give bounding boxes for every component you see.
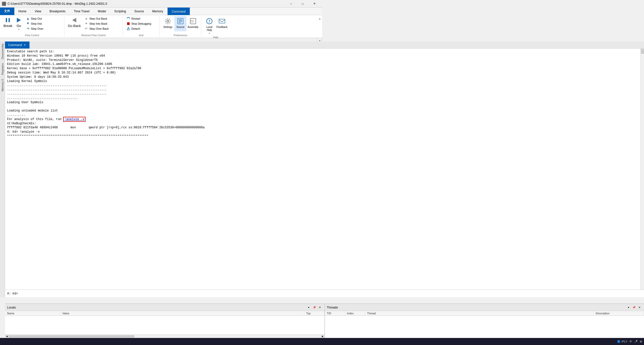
output-line-10: ........................................… bbox=[7, 88, 322, 92]
stop-debugging-button[interactable]: Stop Debugging bbox=[125, 21, 158, 26]
svg-point-16 bbox=[167, 20, 169, 22]
ribbon-collapse-button[interactable]: ∧ bbox=[317, 15, 322, 23]
window-controls: ─ □ ✕ bbox=[285, 0, 320, 8]
tab-source[interactable]: Source bbox=[130, 8, 148, 15]
step-over-icon bbox=[26, 27, 30, 31]
source-icon bbox=[176, 17, 184, 25]
step-over-back-icon bbox=[84, 27, 88, 31]
vertical-sidebar: Disassembly Registers Memory 0 bbox=[0, 42, 5, 193]
output-line-8: Loading Kernel Symbols bbox=[7, 79, 322, 84]
output-line-16: .......... bbox=[7, 113, 322, 117]
close-button[interactable]: ✕ bbox=[309, 0, 320, 8]
step-out-back-button[interactable]: Step Out Back bbox=[83, 16, 121, 21]
restart-button[interactable]: Restart bbox=[125, 16, 158, 21]
output-line-14 bbox=[7, 104, 322, 109]
end-buttons: Restart Stop Debugging Detach bbox=[125, 16, 158, 33]
reverse-flow-buttons: Go Back Step Out Back Step Into Back bbox=[66, 16, 121, 33]
tab-command[interactable]: Command bbox=[167, 8, 190, 15]
sidebar-item-disassembly[interactable]: Disassembly bbox=[1, 42, 5, 61]
go-label: Go bbox=[17, 24, 21, 28]
tab-timetravel[interactable]: Time Travel bbox=[70, 8, 94, 15]
output-line-17: For analysis of this file, run !analyze … bbox=[7, 117, 322, 122]
settings-icon bbox=[164, 17, 172, 25]
step-over-label: Step Over bbox=[31, 27, 44, 30]
tab-breakpoints[interactable]: Breakpoints bbox=[46, 8, 70, 15]
output-line-18: nt!KeBugCheckEx: bbox=[7, 122, 322, 126]
command-tab[interactable]: Command ✕ bbox=[5, 42, 30, 49]
feedback-icon bbox=[218, 17, 226, 25]
step-out-button[interactable]: Step Out bbox=[24, 16, 62, 21]
tab-file[interactable]: 文件 bbox=[0, 8, 14, 15]
minimize-button[interactable]: ─ bbox=[285, 0, 297, 8]
go-back-button[interactable]: Go Back bbox=[66, 16, 82, 28]
local-help-dropdown-arrow: ▾ bbox=[209, 32, 210, 34]
tab-view[interactable]: View bbox=[31, 8, 46, 15]
svg-marker-7 bbox=[28, 29, 29, 29]
sidebar-item-memory0[interactable]: Memory 0 bbox=[1, 77, 5, 93]
ribbon-group-preferences: Settings Source bbox=[160, 16, 201, 37]
source-button[interactable]: Source bbox=[174, 16, 186, 31]
go-button[interactable]: Go bbox=[14, 16, 24, 28]
step-over-button[interactable]: Step Over bbox=[24, 26, 62, 31]
tab-memory[interactable]: Memory bbox=[148, 8, 167, 15]
output-line-21: ****************************************… bbox=[7, 134, 322, 138]
output-line-11: ........................................… bbox=[7, 92, 322, 96]
feedback-button[interactable]: Feedback bbox=[216, 16, 228, 31]
step-over-back-button[interactable]: Step Over Back bbox=[83, 26, 121, 31]
svg-rect-13 bbox=[127, 22, 130, 25]
restart-label: Restart bbox=[131, 17, 140, 20]
go-dropdown-button[interactable]: ▾ bbox=[18, 28, 19, 30]
svg-marker-2 bbox=[17, 18, 21, 22]
svg-rect-27 bbox=[219, 19, 225, 23]
step-into-back-icon bbox=[84, 22, 88, 26]
step-out-back-label: Step Out Back bbox=[89, 17, 107, 20]
output-line-12: ....................................... bbox=[7, 96, 322, 100]
end-group-label: End bbox=[125, 33, 158, 37]
output-line-5: Kernel base = 0xfffff802`81e00000 PsLoad… bbox=[7, 66, 322, 71]
output-line-2: Windows 10 Kernel Version 19041 MP (16 p… bbox=[7, 54, 322, 58]
break-button[interactable]: Break bbox=[2, 16, 14, 28]
svg-marker-10 bbox=[85, 23, 87, 24]
ribbon-group-flow-control: Break Go ▾ bbox=[0, 16, 64, 37]
assembly-button[interactable]: 0101 1010 Assembly bbox=[187, 16, 199, 31]
detach-icon bbox=[126, 27, 130, 31]
output-line-15: Loading unloaded module list bbox=[7, 109, 322, 113]
ribbon-group-reverse-flow: Go Back Step Out Back Step Into Back bbox=[64, 16, 123, 37]
console-output[interactable]: Executable search path is: Windows 10 Ke… bbox=[5, 49, 322, 193]
step-buttons: Step Out Step Into Step Over bbox=[24, 16, 62, 31]
local-help-button[interactable]: ? Local Help ▾ bbox=[203, 16, 215, 35]
svg-marker-3 bbox=[27, 18, 29, 19]
break-go-section: Break Go ▾ bbox=[2, 16, 24, 30]
go-icon bbox=[16, 17, 22, 24]
maximize-button[interactable]: □ bbox=[297, 0, 309, 8]
settings-button[interactable]: Settings bbox=[162, 16, 174, 31]
analyze-link[interactable]: !analyze -v bbox=[63, 117, 86, 122]
output-line-3: Product: WinNt, suite: TerminalServer Si… bbox=[7, 58, 322, 62]
output-line-13: Loading User Symbols bbox=[7, 100, 322, 105]
step-into-button[interactable]: Step Into bbox=[24, 21, 62, 26]
end-btn-col: Restart Stop Debugging Detach bbox=[125, 16, 158, 31]
output-line-20: 4: kd> !analyze -v bbox=[7, 130, 322, 134]
tab-model[interactable]: Model bbox=[94, 8, 110, 15]
output-line-1: Executable search path is: bbox=[7, 50, 322, 54]
go-back-icon bbox=[71, 17, 77, 24]
window-title: C:\Users\37770\Desktop\050824-25765-01.d… bbox=[8, 2, 285, 6]
command-tab-close-button[interactable]: ✕ bbox=[23, 43, 26, 47]
sidebar-item-registers[interactable]: Registers bbox=[1, 61, 5, 77]
ribbon-tabs: 文件 Home View Breakpoints Time Travel Mod… bbox=[0, 8, 322, 15]
step-out-label: Step Out bbox=[31, 17, 42, 20]
detach-button[interactable]: Detach bbox=[125, 26, 158, 31]
tab-scripting[interactable]: Scripting bbox=[110, 8, 130, 15]
tab-home[interactable]: Home bbox=[14, 8, 31, 15]
restart-icon bbox=[126, 17, 130, 21]
command-tab-label: Command bbox=[8, 43, 22, 47]
go-back-label: Go Back bbox=[68, 24, 81, 28]
feedback-label: Feedback bbox=[216, 26, 228, 29]
local-help-icon: ? bbox=[205, 17, 213, 25]
step-into-back-button[interactable]: Step Into Back bbox=[83, 21, 121, 26]
step-out-icon bbox=[26, 17, 30, 21]
ribbon-group-help: ? Local Help ▾ Feedback Help bbox=[201, 16, 230, 37]
flow-control-label: Flow Control bbox=[2, 33, 62, 37]
main-area: Command ✕ Executable search path is: Win… bbox=[5, 42, 322, 193]
svg-text:1010: 1010 bbox=[191, 21, 194, 23]
